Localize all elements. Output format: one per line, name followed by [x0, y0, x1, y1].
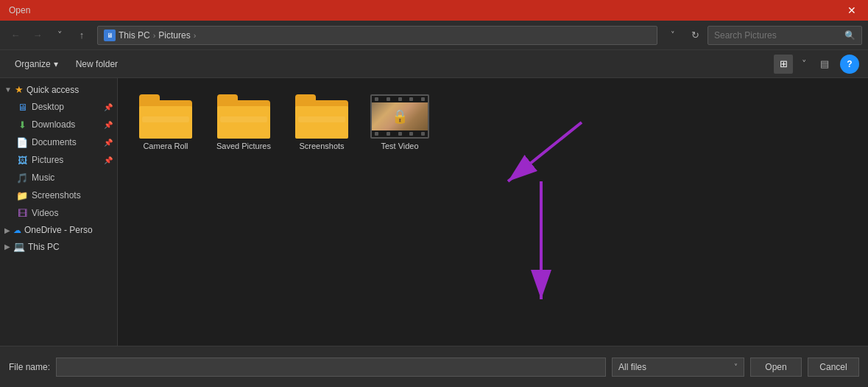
sidebar-item-desktop[interactable]: 🖥 Desktop 📌 [0, 98, 117, 116]
titlebar: Open ✕ [0, 0, 868, 21]
view-large-icons-button[interactable]: ⊞ [774, 55, 793, 74]
video-thumbnail: 🔒 [370, 94, 429, 139]
open-button[interactable]: Open [750, 358, 802, 377]
pin-icon: 📌 [104, 103, 113, 111]
quick-access-label: Quick access [27, 85, 79, 95]
videos-icon: 🎞 [16, 207, 28, 219]
sidebar: ▼ ★ Quick access 🖥 Desktop 📌 ⬇ Downloads… [0, 78, 118, 346]
new-folder-button[interactable]: New folder [70, 55, 124, 74]
sidebar-desktop-label: Desktop [32, 102, 64, 112]
layout-button[interactable]: ▤ [815, 55, 834, 74]
navigation-bar: ← → ˅ ↑ 🖥 This PC › Pictures › ˅ ↻ 🔍 [0, 21, 868, 50]
recent-dropdown-button[interactable]: ˅ [50, 26, 69, 45]
forward-button[interactable]: → [28, 26, 47, 45]
folder-icon [295, 94, 348, 139]
dropdown-icon: ˅ [57, 29, 63, 41]
refresh-button[interactable]: ↻ [685, 26, 705, 45]
new-folder-label: New folder [76, 59, 118, 69]
sidebar-item-screenshots[interactable]: 📁 Screenshots [0, 186, 117, 204]
music-icon: 🎵 [16, 172, 28, 184]
filetype-dropdown[interactable]: All files ˅ [612, 358, 744, 377]
address-bar[interactable]: 🖥 This PC › Pictures › [97, 26, 657, 45]
filetype-label: All files [618, 362, 646, 372]
organize-arrow-icon: ▾ [54, 59, 58, 69]
layout-icon: ▤ [820, 58, 829, 69]
downloads-icon: ⬇ [16, 119, 28, 130]
folder-icon [139, 94, 192, 139]
pictures-icon: 🖼 [16, 154, 28, 166]
file-label: Saved Pictures [216, 142, 271, 150]
expand-icon: ▼ [4, 86, 12, 94]
sidebar-item-pictures[interactable]: 🖼 Pictures 📌 [0, 151, 117, 169]
sidebar-item-documents[interactable]: 📄 Documents 📌 [0, 133, 117, 151]
pin-icon: 📌 [104, 121, 113, 129]
file-item-camera-roll[interactable]: Camera Roll [133, 90, 199, 155]
up-button[interactable]: ↑ [72, 26, 91, 45]
help-button[interactable]: ? [840, 55, 859, 74]
file-grid: Camera Roll Saved Pictures [133, 90, 853, 155]
expand-icon: ▶ [4, 243, 10, 251]
search-icon[interactable]: 🔍 [844, 30, 855, 41]
filename-input[interactable] [56, 358, 606, 377]
pc-icon: 💻 [13, 241, 25, 252]
sidebar-videos-label: Videos [32, 208, 58, 218]
screenshots-icon: 📁 [16, 189, 28, 201]
file-item-saved-pictures[interactable]: Saved Pictures [211, 90, 277, 155]
help-icon: ? [847, 59, 852, 69]
location-icon: 🖥 [104, 29, 116, 41]
forward-icon: → [33, 29, 43, 41]
back-button[interactable]: ← [6, 26, 25, 45]
content-area: Camera Roll Saved Pictures [118, 78, 868, 346]
documents-icon: 📄 [16, 136, 28, 148]
main-area: ▼ ★ Quick access 🖥 Desktop 📌 ⬇ Downloads… [0, 78, 868, 346]
close-button[interactable]: ✕ [841, 0, 862, 21]
file-item-screenshots[interactable]: Screenshots [289, 90, 355, 155]
file-label: Test Video [381, 142, 418, 150]
pin-icon: 📌 [104, 156, 113, 164]
search-input[interactable] [714, 30, 841, 41]
toolbar: Organize ▾ New folder ⊞ ˅ ▤ ? [0, 50, 868, 78]
onedrive-section[interactable]: ▶ ☁ OneDrive - Perso [0, 222, 117, 238]
thispc-label: This PC [28, 242, 60, 252]
cancel-label: Cancel [819, 362, 847, 372]
view-dropdown-icon: ˅ [802, 58, 807, 69]
lock-icon: 🔒 [392, 108, 408, 125]
organize-button[interactable]: Organize ▾ [9, 55, 64, 74]
sidebar-music-label: Music [32, 172, 54, 183]
view-large-icons-icon: ⊞ [780, 58, 788, 69]
titlebar-title: Open [9, 5, 30, 15]
dropdown-arrow-icon: ˅ [734, 363, 738, 371]
sidebar-item-videos[interactable]: 🎞 Videos [0, 204, 117, 222]
sidebar-downloads-label: Downloads [32, 119, 75, 130]
sidebar-screenshots-label: Screenshots [32, 190, 81, 201]
open-label: Open [765, 362, 786, 372]
sidebar-documents-label: Documents [32, 137, 77, 147]
file-item-test-video[interactable]: 🔒 Test Video [367, 90, 433, 155]
pin-icon: 📌 [104, 139, 113, 147]
sidebar-item-downloads[interactable]: ⬇ Downloads 📌 [0, 116, 117, 133]
breadcrumb-pictures: Pictures [158, 30, 190, 41]
expand-icon: ▶ [4, 226, 10, 234]
breadcrumb-thispc: This PC [119, 30, 150, 41]
onedrive-icon: ☁ [13, 226, 21, 235]
organize-label: Organize [15, 59, 51, 69]
cancel-button[interactable]: Cancel [808, 358, 859, 377]
file-label: Camera Roll [143, 142, 188, 150]
back-icon: ← [11, 29, 21, 41]
filename-label: File name: [9, 362, 50, 372]
folder-icon [217, 94, 270, 139]
bottom-bar: File name: All files ˅ Open Cancel [0, 346, 868, 387]
thispc-section[interactable]: ▶ 💻 This PC [0, 238, 117, 255]
sidebar-pictures-label: Pictures [32, 155, 63, 165]
address-dropdown-button[interactable]: ˅ [663, 26, 682, 45]
up-icon: ↑ [80, 29, 85, 41]
onedrive-label: OneDrive - Perso [24, 225, 93, 235]
file-label: Screenshots [299, 142, 344, 150]
search-bar[interactable]: 🔍 [708, 26, 862, 45]
sidebar-item-music[interactable]: 🎵 Music [0, 169, 117, 186]
view-dropdown-button[interactable]: ˅ [794, 55, 814, 74]
close-icon: ✕ [847, 4, 856, 16]
star-icon: ★ [15, 84, 24, 95]
quick-access-section[interactable]: ▼ ★ Quick access [0, 81, 117, 98]
desktop-icon: 🖥 [16, 101, 28, 113]
